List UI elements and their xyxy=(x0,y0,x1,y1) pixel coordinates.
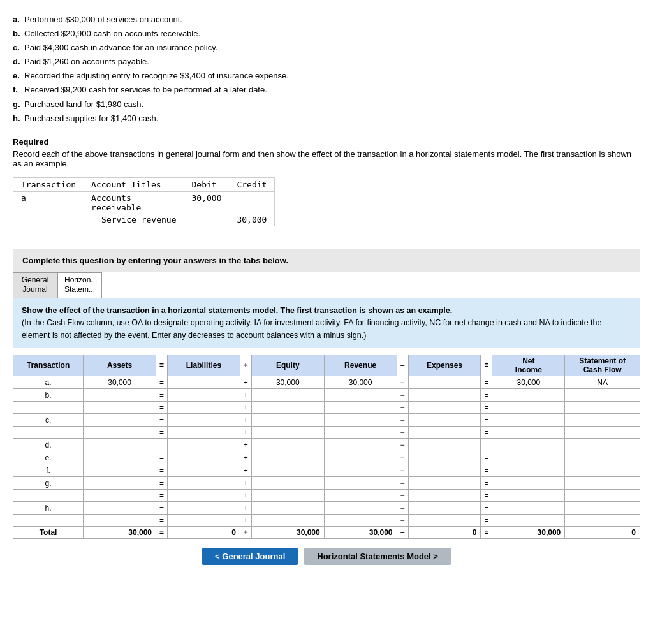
row-a-cashflow-input[interactable] xyxy=(580,378,625,387)
row-e-expenses[interactable] xyxy=(422,453,467,462)
row-a-equity-input[interactable] xyxy=(265,378,310,387)
row-b-revenue-input[interactable] xyxy=(338,391,383,400)
row-g-sub-expenses[interactable] xyxy=(422,491,467,500)
row-h-sub-revenue[interactable] xyxy=(338,516,383,525)
row-b-equity-input[interactable] xyxy=(265,391,310,400)
tab-horizontal-statements[interactable]: Horizon...Statem... xyxy=(57,272,102,298)
row-b-sub-netincome[interactable] xyxy=(506,403,551,412)
row-c-sub-netincome[interactable] xyxy=(506,428,551,437)
row-h-netincome[interactable] xyxy=(506,504,551,513)
row-c-assets[interactable] xyxy=(98,416,142,425)
row-g-sub-cashflow[interactable] xyxy=(580,491,625,500)
row-h-expenses[interactable] xyxy=(422,504,467,513)
row-e-cashflow[interactable] xyxy=(580,453,625,462)
row-d-revenue[interactable] xyxy=(338,441,383,450)
row-d-equity[interactable] xyxy=(265,441,310,450)
row-b-sub-revenue[interactable] xyxy=(338,403,383,412)
row-d-assets[interactable] xyxy=(98,441,142,450)
row-b-assets[interactable] xyxy=(84,389,156,402)
row-a-cash-flow[interactable] xyxy=(565,376,640,389)
row-c-sub-expenses[interactable] xyxy=(422,428,467,437)
row-e-equity[interactable] xyxy=(265,453,310,462)
row-d-cashflow[interactable] xyxy=(580,441,625,450)
tabs-container[interactable]: GeneralJournal Horizon...Statem... xyxy=(13,272,640,298)
row-h-sub-netincome[interactable] xyxy=(506,516,551,525)
row-a-expenses-input[interactable] xyxy=(422,378,467,387)
row-c-sub-assets[interactable] xyxy=(98,428,142,437)
row-e-liabilities[interactable] xyxy=(181,453,226,462)
row-b-sub-assets[interactable] xyxy=(98,403,142,412)
row-b-expenses-input[interactable] xyxy=(422,391,467,400)
row-b-revenue[interactable] xyxy=(324,389,397,402)
row-g-sub-revenue[interactable] xyxy=(338,491,383,500)
row-f-cashflow[interactable] xyxy=(580,466,625,475)
row-c-equity[interactable] xyxy=(265,416,310,425)
row-a-net-income[interactable] xyxy=(492,376,565,389)
row-b-liabilities[interactable] xyxy=(168,389,240,402)
row-d-liabilities[interactable] xyxy=(181,441,226,450)
row-e-assets[interactable] xyxy=(98,453,142,462)
row-g-expenses[interactable] xyxy=(422,479,467,488)
row-a-equity[interactable] xyxy=(251,376,324,389)
row-a-revenue[interactable] xyxy=(324,376,397,389)
row-a-liabilities-input[interactable] xyxy=(181,378,226,387)
row-h-assets[interactable] xyxy=(98,504,142,513)
row-c-sub-cashflow[interactable] xyxy=(580,428,625,437)
row-c-sub-revenue[interactable] xyxy=(338,428,383,437)
row-b-net-income[interactable] xyxy=(492,389,565,402)
row-b-sub-equity[interactable] xyxy=(265,403,310,412)
row-f-equity[interactable] xyxy=(265,466,310,475)
row-c-sub-equity[interactable] xyxy=(265,428,310,437)
row-f-assets[interactable] xyxy=(98,466,142,475)
row-c-revenue[interactable] xyxy=(338,416,383,425)
row-g-sub-netincome[interactable] xyxy=(506,491,551,500)
row-b-expenses[interactable] xyxy=(408,389,481,402)
row-a-liabilities[interactable] xyxy=(168,376,240,389)
row-h-sub-assets[interactable] xyxy=(98,516,142,525)
row-h-sub-equity[interactable] xyxy=(265,516,310,525)
row-b-assets-input[interactable] xyxy=(98,391,142,400)
row-b-sub-liabilities[interactable] xyxy=(181,403,226,412)
row-e-netincome[interactable] xyxy=(506,453,551,462)
row-b-liabilities-input[interactable] xyxy=(181,391,226,400)
tab-general-journal[interactable]: GeneralJournal xyxy=(13,272,57,298)
row-f-expenses[interactable] xyxy=(422,466,467,475)
row-e-revenue[interactable] xyxy=(338,453,383,462)
row-g-assets[interactable] xyxy=(98,479,142,488)
row-b-sub-cashflow[interactable] xyxy=(580,403,625,412)
row-h-cashflow[interactable] xyxy=(580,504,625,513)
row-g-cashflow[interactable] xyxy=(580,479,625,488)
row-b-equity[interactable] xyxy=(251,389,324,402)
row-c-expenses[interactable] xyxy=(422,416,467,425)
row-a-revenue-input[interactable] xyxy=(338,378,383,387)
row-b-cashflow-input[interactable] xyxy=(580,391,625,400)
row-g-netincome[interactable] xyxy=(506,479,551,488)
row-f-netincome[interactable] xyxy=(506,466,551,475)
row-h-sub-expenses[interactable] xyxy=(422,516,467,525)
row-b-netincome-input[interactable] xyxy=(506,391,551,400)
row-a-assets[interactable] xyxy=(84,376,156,389)
row-h-revenue[interactable] xyxy=(338,504,383,513)
row-g-sub-equity[interactable] xyxy=(265,491,310,500)
row-h-equity[interactable] xyxy=(265,504,310,513)
row-b-cash-flow[interactable] xyxy=(565,389,640,402)
row-c-sub-liabilities[interactable] xyxy=(181,428,226,437)
row-c-netincome[interactable] xyxy=(506,416,551,425)
row-d-netincome[interactable] xyxy=(506,441,551,450)
row-a-assets-input[interactable] xyxy=(98,378,142,387)
row-c-cashflow[interactable] xyxy=(580,416,625,425)
row-g-revenue[interactable] xyxy=(338,479,383,488)
row-f-revenue[interactable] xyxy=(338,466,383,475)
row-c-liabilities[interactable] xyxy=(181,416,226,425)
row-h-liabilities[interactable] xyxy=(181,504,226,513)
row-g-equity[interactable] xyxy=(265,479,310,488)
row-h-sub-cashflow[interactable] xyxy=(580,516,625,525)
prev-button[interactable]: < General Journal xyxy=(202,548,298,565)
row-g-liabilities[interactable] xyxy=(181,479,226,488)
row-a-netincome-input[interactable] xyxy=(506,378,551,387)
row-g-sub-liabilities[interactable] xyxy=(181,491,226,500)
row-g-sub-assets[interactable] xyxy=(98,491,142,500)
row-a-expenses[interactable] xyxy=(408,376,481,389)
next-button[interactable]: Horizontal Statements Model > xyxy=(304,548,451,565)
row-d-expenses[interactable] xyxy=(422,441,467,450)
